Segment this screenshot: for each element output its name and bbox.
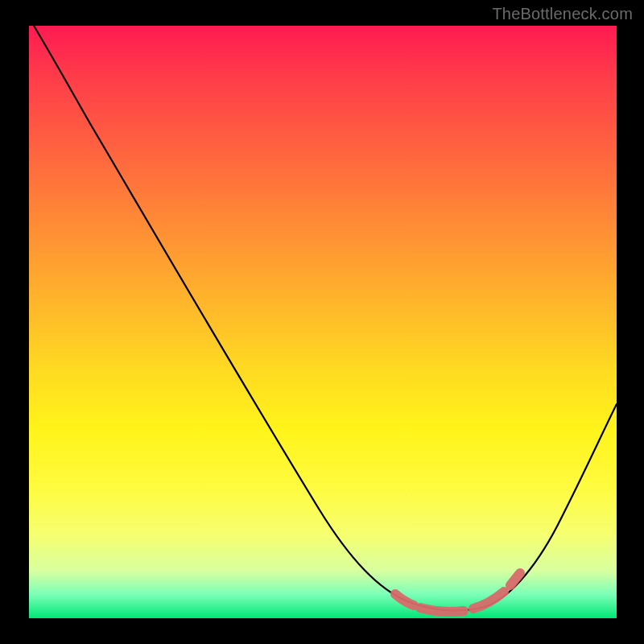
watermark-text: TheBottleneck.com [492, 5, 633, 23]
chart-frame: TheBottleneck.com [0, 0, 644, 644]
valley-marker [395, 573, 520, 612]
plot-area [29, 26, 617, 618]
bottleneck-curve [34, 26, 617, 610]
chart-svg [29, 26, 617, 618]
